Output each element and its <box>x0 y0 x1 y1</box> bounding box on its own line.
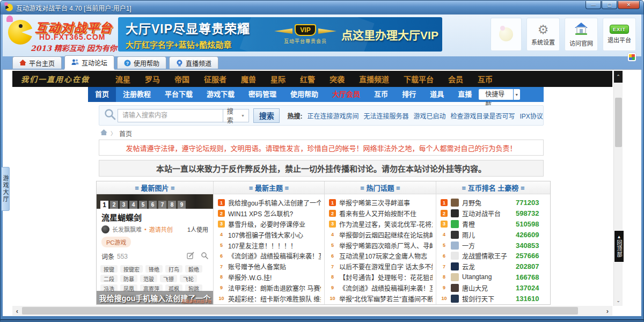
keyword-pill[interactable]: 毅绝 <box>185 265 202 273</box>
top-nav-item[interactable]: 下载平台 <box>404 74 434 84</box>
horizontal-scrollbar[interactable]: ‹ › <box>12 306 612 316</box>
main-nav-item[interactable]: 首页 <box>88 87 116 102</box>
rank-list-item[interactable]: 1 月野兔 771203 <box>436 197 550 208</box>
rank-list-item[interactable]: 9 唐山大兄 137024 <box>436 282 550 293</box>
main-nav-item[interactable]: 平台下载 <box>158 87 200 102</box>
topic-list-item[interactable]: 5 举报宁晞第四次暗杀厂骂人、寻衅滋事 <box>325 240 436 251</box>
rank-list-item[interactable]: 2 互动对战平台 598732 <box>436 208 550 219</box>
minimize-button[interactable]: — <box>586 1 601 9</box>
topic-list-item[interactable]: 3 作为流星过客，笑谈北伐军-花将之瑛 <box>325 219 436 230</box>
vip-ad-banner[interactable]: 大厅VIP尽显尊贵荣耀 大厅红字名字+蓝钻+酷炫勋章 VIP 互动平台尊贵会员 … <box>118 17 442 52</box>
rank-list-item[interactable]: 3 青橙 510598 <box>436 219 550 230</box>
keyword-pill[interactable]: 防暴 <box>120 275 137 282</box>
top-nav-item[interactable]: 星际 <box>270 74 286 84</box>
ghost-button[interactable] <box>491 18 522 51</box>
topic-list-item[interactable]: 2 WIN11 XPS 怎么联机? <box>214 208 324 219</box>
main-nav-item[interactable]: 使用帮助 <box>283 87 325 102</box>
topic-list-item[interactable]: 7 账号赠予他人备案贴 <box>214 261 324 272</box>
top-nav-item[interactable]: 红警 <box>300 74 315 84</box>
keyword-pill[interactable]: 按键宏 <box>120 265 143 273</box>
rank-list-item[interactable]: 10 拔剑行天下 131610 <box>436 293 550 304</box>
coop-invite[interactable]: 邀请共创 <box>149 225 173 233</box>
pagination-number[interactable]: 1 <box>100 201 108 209</box>
topic-list-item[interactable]: 1 我给搜gou手机输入法创建了一个流星 <box>214 197 324 208</box>
rank-list-item[interactable]: 8 Utangtang 166768 <box>436 272 550 283</box>
breadcrumb-home[interactable]: 首页 <box>119 129 132 138</box>
topic-list-item[interactable]: 5 107星友注意！！！！！ <box>214 240 324 251</box>
scroll-up-arrow-icon[interactable]: ⌃ <box>614 71 623 83</box>
vertical-scroll-thumb[interactable] <box>615 98 622 147</box>
topic-list-item[interactable]: 10 举报“北伐军幽梦若兰”直播间不断开 <box>325 293 436 304</box>
topic-list-item[interactable]: 9 法甲彩经：朗斯击退欧塞尔 马赛做客 <box>214 282 324 293</box>
topic-list-item[interactable]: 8 举报外.W.G.挂! <box>214 272 324 283</box>
keyword-pill[interactable]: 二段 <box>100 275 118 282</box>
top-nav-item[interactable]: 直播频道 <box>359 74 389 84</box>
top-nav-item[interactable]: 魔兽 <box>241 74 256 84</box>
search-button[interactable]: 搜索 <box>253 108 280 123</box>
search-icon[interactable] <box>201 252 208 261</box>
hot-search-link[interactable]: 正在连接游戏房间 <box>307 111 358 120</box>
topic-list-item[interactable]: 3 暴雪升级，必要时停课停业 <box>214 219 324 230</box>
keyword-pill[interactable]: 锋绝 <box>145 265 163 273</box>
search-input[interactable] <box>118 109 223 122</box>
edit-icon[interactable] <box>187 252 194 261</box>
hot-search-link[interactable]: 游戏已启动 <box>413 111 445 120</box>
game-lobby-side-tab[interactable]: 游戏大厅 <box>2 167 10 211</box>
top-nav-item[interactable]: 征服者 <box>204 74 226 84</box>
main-nav-item[interactable]: 互币 <box>367 87 395 102</box>
pagination-number[interactable]: 5 <box>139 201 147 209</box>
scroll-right-arrow-icon[interactable]: › <box>603 306 612 316</box>
back-to-top-button[interactable]: ▲ 回顶部 <box>614 231 624 262</box>
topic-list-item[interactable]: 7 以后不要在游戏里白字 话太多不好 <box>325 261 436 272</box>
pagination-number[interactable]: 6 <box>149 201 157 209</box>
main-nav-item[interactable]: 游戏下载 <box>200 87 241 102</box>
visit-website-button[interactable]: 访问官网 <box>565 18 598 51</box>
top-nav-item[interactable]: 流星 <box>115 74 130 84</box>
topic-list-item[interactable]: 8 【封号通告】处理帐号：花花狙击手 <box>325 272 436 283</box>
top-nav-item[interactable]: 帝国 <box>174 74 189 84</box>
keyword-pill[interactable]: 范骏 <box>140 275 157 282</box>
keyword-pill[interactable]: 按键 <box>100 265 118 273</box>
topic-list-item[interactable]: 6 互动流星107玩家之金庸人物志 <box>325 251 436 261</box>
image-preview-panel[interactable]: 123456789 流星蝴蝶剑 长发飘飘难 • 邀请共创 1人使用 PC游戏 词… <box>97 194 213 304</box>
topic-list-item[interactable]: 1 举报宁晞第三次寻衅滋事 <box>325 197 436 208</box>
rank-list-item[interactable]: 4 雨儿 426609 <box>436 229 550 240</box>
rank-list-item[interactable]: 5 一方 340853 <box>436 240 550 251</box>
close-button[interactable]: ✕ <box>618 1 640 9</box>
main-nav-item[interactable]: 注册教程 <box>116 87 158 102</box>
tab-forum[interactable]: 互动论坛 <box>64 55 114 69</box>
quick-nav-button[interactable]: 快捷导航 <box>479 89 513 100</box>
hot-search-link[interactable]: 检查游戏目录是否可写 <box>450 111 515 120</box>
main-nav-item[interactable]: 直播 <box>451 87 479 102</box>
main-nav-item[interactable]: 排行 <box>395 87 423 102</box>
topic-list-item[interactable]: 9 《流剑道》战绩投稿福利来袭！互币奖 <box>325 282 436 293</box>
tab-help[interactable]: ? 使用帮助 <box>117 56 166 69</box>
hot-search-link[interactable]: 无法连接服务器 <box>363 111 408 120</box>
pagination-number[interactable]: 4 <box>129 201 137 209</box>
keyword-pill[interactable]: 打鸟 <box>165 265 182 273</box>
rank-list-item[interactable]: 6 龙战盟情歌王子 257666 <box>436 251 550 261</box>
chevron-down-icon[interactable]: ▼ <box>514 89 520 100</box>
main-nav-item[interactable]: 大厅会员 <box>325 87 367 102</box>
top-nav-item[interactable]: 互币 <box>478 74 493 84</box>
topic-list-item[interactable]: 4 举报御剑云烟四起继续在论坛挑衅 <box>325 229 436 240</box>
exit-platform-button[interactable]: EXIT 退出平台 <box>603 18 636 51</box>
horizontal-scroll-thumb[interactable] <box>22 307 578 314</box>
pagination-number[interactable]: 7 <box>158 201 166 209</box>
vertical-scrollbar[interactable]: ⌃ ⌄ <box>613 71 623 306</box>
top-nav-item[interactable]: 罗马 <box>145 74 160 84</box>
category-tag[interactable]: PC游戏 <box>101 237 131 247</box>
pagination-number[interactable]: 8 <box>168 201 176 209</box>
main-nav-item[interactable]: 密码管理 <box>241 87 283 102</box>
topic-list-item[interactable]: 10 英超彩经：纽卡斯尔难胜狼队 维拉力 <box>214 293 324 304</box>
pagination-number[interactable]: 3 <box>120 201 128 209</box>
search-scope-select[interactable]: 搜索 ▼ <box>223 109 249 122</box>
pagination-number[interactable]: 9 <box>178 201 186 209</box>
tab-live[interactable]: 直播频道 <box>169 56 218 69</box>
tab-platform-home[interactable]: 平台主页 <box>12 56 62 69</box>
color-palette-icon[interactable] <box>628 53 636 61</box>
top-nav-item[interactable]: 会员 <box>448 74 463 84</box>
hot-search-link[interactable]: IPX协议 <box>519 111 543 120</box>
maximize-button[interactable]: ▢ <box>602 1 617 9</box>
rank-list-item[interactable]: 7 云龙 202807 <box>436 261 550 272</box>
